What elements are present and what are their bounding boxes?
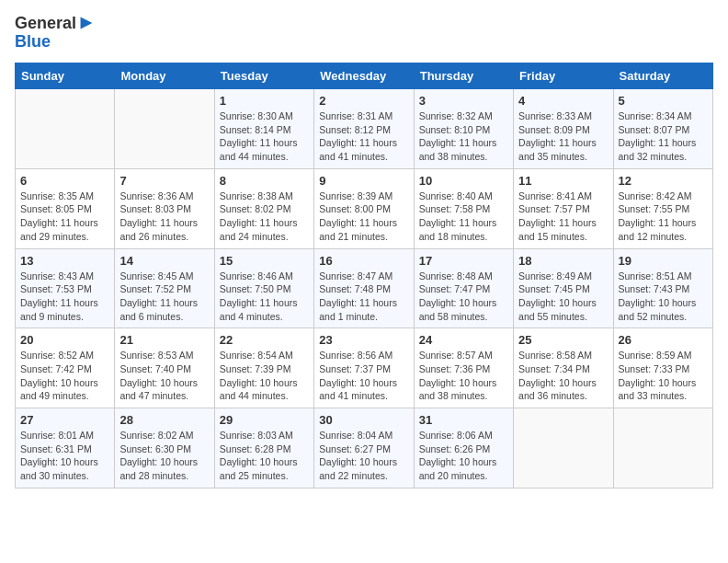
svg-marker-0 xyxy=(81,17,93,29)
day-number: 10 xyxy=(419,174,508,188)
day-info: Sunrise: 8:39 AMSunset: 8:00 PMDaylight:… xyxy=(319,190,408,244)
day-info: Sunrise: 8:04 AMSunset: 6:27 PMDaylight:… xyxy=(319,429,408,483)
day-info: Sunrise: 8:06 AMSunset: 6:26 PMDaylight:… xyxy=(419,429,508,483)
calendar-cell: 28Sunrise: 8:02 AMSunset: 6:30 PMDayligh… xyxy=(115,408,214,488)
day-info: Sunrise: 8:46 AMSunset: 7:50 PMDaylight:… xyxy=(220,270,309,324)
day-info: Sunrise: 8:53 AMSunset: 7:40 PMDaylight:… xyxy=(119,349,209,403)
day-info: Sunrise: 8:43 AMSunset: 7:53 PMDaylight:… xyxy=(20,270,109,324)
day-info: Sunrise: 8:33 AMSunset: 8:09 PMDaylight:… xyxy=(518,109,608,164)
day-number: 23 xyxy=(319,333,408,347)
calendar-cell: 8Sunrise: 8:38 AMSunset: 8:02 PMDaylight… xyxy=(214,168,313,248)
calendar-cell: 19Sunrise: 8:51 AMSunset: 7:43 PMDayligh… xyxy=(613,248,712,328)
day-number: 8 xyxy=(220,174,309,188)
day-number: 6 xyxy=(20,174,109,188)
logo-general-text: General xyxy=(15,15,95,33)
calendar-cell: 13Sunrise: 8:43 AMSunset: 7:53 PMDayligh… xyxy=(16,248,115,328)
weekday-header-sunday: Sunday xyxy=(16,63,115,89)
calendar-cell: 7Sunrise: 8:36 AMSunset: 8:03 PMDaylight… xyxy=(115,168,214,248)
weekday-header-friday: Friday xyxy=(514,63,613,89)
day-number: 27 xyxy=(20,413,109,427)
day-info: Sunrise: 8:32 AMSunset: 8:10 PMDaylight:… xyxy=(419,109,508,164)
calendar-cell: 10Sunrise: 8:40 AMSunset: 7:58 PMDayligh… xyxy=(414,168,513,248)
logo-blue-text: Blue xyxy=(15,33,95,52)
calendar-cell: 5Sunrise: 8:34 AMSunset: 8:07 PMDaylight… xyxy=(613,89,712,169)
day-number: 14 xyxy=(119,254,209,268)
day-info: Sunrise: 8:56 AMSunset: 7:37 PMDaylight:… xyxy=(319,349,408,403)
calendar-cell: 22Sunrise: 8:54 AMSunset: 7:39 PMDayligh… xyxy=(214,328,313,408)
calendar-cell: 14Sunrise: 8:45 AMSunset: 7:52 PMDayligh… xyxy=(115,248,214,328)
calendar-cell: 6Sunrise: 8:35 AMSunset: 8:05 PMDaylight… xyxy=(16,168,115,248)
calendar-cell xyxy=(514,408,613,488)
day-number: 1 xyxy=(220,94,309,108)
day-number: 18 xyxy=(518,254,608,268)
calendar-week-row: 27Sunrise: 8:01 AMSunset: 6:31 PMDayligh… xyxy=(16,408,713,488)
day-info: Sunrise: 8:41 AMSunset: 7:57 PMDaylight:… xyxy=(518,190,608,244)
day-number: 25 xyxy=(518,333,608,347)
day-info: Sunrise: 8:47 AMSunset: 7:48 PMDaylight:… xyxy=(319,270,408,324)
day-number: 5 xyxy=(619,94,708,108)
day-number: 9 xyxy=(319,174,408,188)
day-number: 22 xyxy=(220,333,309,347)
day-number: 2 xyxy=(319,94,408,108)
weekday-header-monday: Monday xyxy=(115,63,214,89)
calendar-cell: 4Sunrise: 8:33 AMSunset: 8:09 PMDaylight… xyxy=(514,89,613,169)
day-info: Sunrise: 8:58 AMSunset: 7:34 PMDaylight:… xyxy=(518,349,608,403)
calendar-cell: 3Sunrise: 8:32 AMSunset: 8:10 PMDaylight… xyxy=(414,89,513,169)
day-info: Sunrise: 8:36 AMSunset: 8:03 PMDaylight:… xyxy=(119,190,209,244)
day-number: 26 xyxy=(619,333,708,347)
calendar-header-row: SundayMondayTuesdayWednesdayThursdayFrid… xyxy=(16,63,713,89)
calendar-cell xyxy=(16,89,115,169)
day-info: Sunrise: 8:35 AMSunset: 8:05 PMDaylight:… xyxy=(20,190,109,244)
calendar-cell: 20Sunrise: 8:52 AMSunset: 7:42 PMDayligh… xyxy=(16,328,115,408)
day-info: Sunrise: 8:38 AMSunset: 8:02 PMDaylight:… xyxy=(220,190,309,244)
day-info: Sunrise: 8:34 AMSunset: 8:07 PMDaylight:… xyxy=(619,109,708,164)
day-number: 28 xyxy=(119,413,209,427)
calendar-week-row: 20Sunrise: 8:52 AMSunset: 7:42 PMDayligh… xyxy=(16,328,713,408)
day-info: Sunrise: 8:49 AMSunset: 7:45 PMDaylight:… xyxy=(518,270,608,324)
day-number: 15 xyxy=(220,254,309,268)
calendar-table: SundayMondayTuesdayWednesdayThursdayFrid… xyxy=(15,63,713,488)
calendar-cell: 18Sunrise: 8:49 AMSunset: 7:45 PMDayligh… xyxy=(514,248,613,328)
day-info: Sunrise: 8:45 AMSunset: 7:52 PMDaylight:… xyxy=(119,270,209,324)
calendar-cell: 25Sunrise: 8:58 AMSunset: 7:34 PMDayligh… xyxy=(514,328,613,408)
day-number: 4 xyxy=(518,94,608,108)
calendar-cell: 2Sunrise: 8:31 AMSunset: 8:12 PMDaylight… xyxy=(314,89,414,169)
calendar-cell: 17Sunrise: 8:48 AMSunset: 7:47 PMDayligh… xyxy=(414,248,513,328)
calendar-cell xyxy=(115,89,214,169)
logo-flag-icon xyxy=(78,15,95,31)
day-number: 19 xyxy=(619,254,708,268)
calendar-cell: 12Sunrise: 8:42 AMSunset: 7:55 PMDayligh… xyxy=(613,168,712,248)
day-number: 17 xyxy=(419,254,508,268)
day-number: 31 xyxy=(419,413,508,427)
calendar-cell: 11Sunrise: 8:41 AMSunset: 7:57 PMDayligh… xyxy=(514,168,613,248)
day-info: Sunrise: 8:40 AMSunset: 7:58 PMDaylight:… xyxy=(419,190,508,244)
calendar-cell: 23Sunrise: 8:56 AMSunset: 7:37 PMDayligh… xyxy=(314,328,414,408)
day-info: Sunrise: 8:31 AMSunset: 8:12 PMDaylight:… xyxy=(319,109,408,164)
calendar-cell: 24Sunrise: 8:57 AMSunset: 7:36 PMDayligh… xyxy=(414,328,513,408)
day-number: 13 xyxy=(20,254,109,268)
day-number: 20 xyxy=(20,333,109,347)
day-info: Sunrise: 8:01 AMSunset: 6:31 PMDaylight:… xyxy=(20,429,109,483)
calendar-cell: 30Sunrise: 8:04 AMSunset: 6:27 PMDayligh… xyxy=(314,408,414,488)
calendar-week-row: 1Sunrise: 8:30 AMSunset: 8:14 PMDaylight… xyxy=(16,89,713,169)
day-number: 21 xyxy=(119,333,209,347)
day-number: 30 xyxy=(319,413,408,427)
weekday-header-wednesday: Wednesday xyxy=(314,63,414,89)
calendar-cell: 16Sunrise: 8:47 AMSunset: 7:48 PMDayligh… xyxy=(314,248,414,328)
page-header: General Blue xyxy=(15,15,713,52)
day-number: 29 xyxy=(220,413,309,427)
day-number: 24 xyxy=(419,333,508,347)
day-number: 11 xyxy=(518,174,608,188)
day-info: Sunrise: 8:02 AMSunset: 6:30 PMDaylight:… xyxy=(119,429,209,483)
day-info: Sunrise: 8:48 AMSunset: 7:47 PMDaylight:… xyxy=(419,270,508,324)
day-number: 7 xyxy=(119,174,209,188)
logo: General Blue xyxy=(15,15,95,52)
calendar-cell: 31Sunrise: 8:06 AMSunset: 6:26 PMDayligh… xyxy=(414,408,513,488)
calendar-cell xyxy=(613,408,712,488)
day-number: 16 xyxy=(319,254,408,268)
calendar-cell: 27Sunrise: 8:01 AMSunset: 6:31 PMDayligh… xyxy=(16,408,115,488)
day-info: Sunrise: 8:30 AMSunset: 8:14 PMDaylight:… xyxy=(220,109,309,164)
calendar-cell: 29Sunrise: 8:03 AMSunset: 6:28 PMDayligh… xyxy=(214,408,313,488)
weekday-header-thursday: Thursday xyxy=(414,63,513,89)
day-info: Sunrise: 8:51 AMSunset: 7:43 PMDaylight:… xyxy=(619,270,708,324)
